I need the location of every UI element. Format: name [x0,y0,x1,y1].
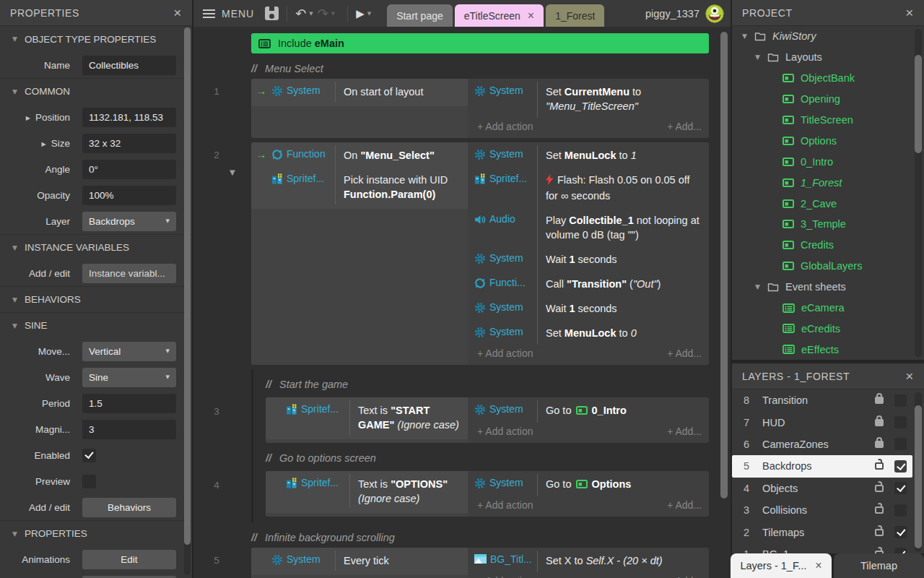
layer-row-backdrops[interactable]: 5Backdrops [732,455,912,477]
layer-visibility-checkbox[interactable] [894,460,907,473]
scrollbar[interactable] [915,392,922,552]
condition[interactable]: →FunctionOn "Menu_Select" [251,142,468,167]
layer-visibility-checkbox[interactable] [894,526,907,538]
lock-open-icon[interactable] [874,529,884,536]
layer-row-transition[interactable]: 8Transition [732,389,912,411]
editor-tab-start-page[interactable]: Start page [387,4,453,27]
tree-item-1-forest[interactable]: 1_Forest [732,172,924,193]
hamburger-menu-icon[interactable] [203,9,215,18]
condition[interactable]: →SystemOn start of layout [251,79,468,103]
close-icon[interactable]: × [904,6,915,20]
tree-item-kiwistory[interactable]: ▼KiwiStory [732,26,924,47]
tree-item-0-intro[interactable]: 0_Intro [732,151,924,172]
close-tab-icon[interactable]: × [815,559,821,572]
tree-collapse-caret-icon[interactable]: ▼ [742,33,754,40]
layer-row-camerazones[interactable]: 6CameraZones [732,434,912,455]
close-icon[interactable]: × [904,369,915,383]
collapse-caret-icon[interactable]: ▼ [12,244,17,251]
button-blank[interactable] [82,576,176,578]
action[interactable]: AudioPlay Collectible_1 not looping at v… [468,207,709,246]
scrollbar[interactable] [720,32,728,574]
layer-row-hud[interactable]: 7HUD [732,411,912,433]
tree-item-globallayers[interactable]: GlobalLayers [732,256,924,277]
section-sine[interactable]: ▼SINE [0,312,192,338]
field-name[interactable]: Collectibles [82,56,176,75]
section-instance-variables[interactable]: ▼INSTANCE VARIABLES [0,234,192,260]
expand-caret-icon[interactable]: ▶ [26,115,30,121]
layer-row-bg-1[interactable]: 1BG_1 [732,543,912,553]
field-opacity[interactable]: 100% [82,186,176,205]
collapse-caret-icon[interactable]: ▼ [12,322,17,329]
add-condition-link[interactable]: + Add... [667,348,702,359]
bottom-tab-layers-1-f[interactable]: Layers - 1_F...× [731,553,832,578]
action[interactable]: SystemWait 1 seconds [468,296,709,320]
layer-visibility-checkbox[interactable] [894,394,907,407]
tree-item-objectbank[interactable]: ObjectBank [732,68,924,89]
section-behaviors[interactable]: ▼BEHAVIORS [0,286,192,312]
event-block-3[interactable]: Spritef...Text is "START GAME" (Ignore c… [266,397,709,443]
include-eventsheet-banner[interactable]: Include eMain [251,33,709,53]
tree-collapse-caret-icon[interactable]: ▼ [755,53,767,61]
layer-row-objects[interactable]: 4Objects [732,478,912,499]
event-block-2[interactable]: →FunctionOn "Menu_Select"Spritef...Pick … [251,142,709,365]
add-condition-link[interactable]: + Add... [667,575,702,578]
collapse-caret-icon[interactable]: ▼ [12,296,17,303]
bottom-tab-tilemap[interactable]: Tilemap [834,553,924,578]
collapse-caret-icon[interactable]: ▼ [12,35,17,43]
tree-item-eeffects[interactable]: eEffects [732,339,924,360]
collapse-caret-icon[interactable]: ▼ [230,168,235,176]
add-action-link[interactable]: + Add action [477,121,533,132]
layer-visibility-checkbox[interactable] [894,504,907,517]
play-dropdown-caret-icon[interactable]: ▼ [367,11,371,17]
condition[interactable]: Spritef...Text is "START GAME" (Ignore c… [266,397,468,436]
field-period[interactable]: 1.5 [82,394,176,413]
layer-row-tilemaps[interactable]: 2Tilemaps [732,521,912,543]
close-icon[interactable]: × [172,6,183,20]
layer-row-collisions[interactable]: 3Collisions [732,499,912,521]
scrollbar-thumb[interactable] [915,405,922,548]
add-action-link[interactable]: + Add action [477,426,533,437]
event-block-5[interactable]: SystemEvery tickBG_Titl...Set X to Self.… [251,548,709,578]
lock-closed-icon[interactable] [874,397,884,404]
add-action-link[interactable]: + Add action [477,348,533,359]
action[interactable]: SystemGo to 0_Intro [468,397,709,423]
condition[interactable]: Spritef...Pick instance with UID Functio… [251,167,468,206]
action[interactable]: SystemSet CurrentMenu to "Menu_TitleScre… [468,79,709,118]
button-behaviors[interactable]: Behaviors [82,498,176,517]
collapse-caret-icon[interactable]: ▼ [12,530,17,538]
expand-caret-icon[interactable]: ▶ [42,141,46,147]
scrollbar[interactable] [184,27,191,575]
tree-item-options[interactable]: Options [732,130,924,151]
field-magni[interactable]: 3 [82,420,176,439]
editor-tab-1-forest[interactable]: 1_Forest [546,4,604,27]
comment[interactable]: //Start the game [266,379,709,390]
button-instance-variabl[interactable]: Instance variabl... [82,264,176,283]
tree-item-event-sheets[interactable]: ▼Event sheets [732,277,924,298]
field-angle[interactable]: 0° [82,160,176,179]
close-tab-icon[interactable]: × [528,9,534,22]
tree-item-credits[interactable]: Credits [732,235,924,256]
action[interactable]: Functi...Call "Transition" ("Out") [468,271,709,296]
button-edit[interactable]: Edit [82,550,176,569]
collapse-caret-icon[interactable]: ▼ [12,88,17,95]
tree-item-layouts[interactable]: ▼Layouts [732,47,924,68]
layer-visibility-checkbox[interactable] [894,482,907,494]
layer-visibility-checkbox[interactable] [894,548,907,553]
dropdown-wave[interactable]: Sine▼ [82,368,176,387]
action[interactable]: SystemWait 1 seconds [468,246,709,271]
checkbox-preview[interactable] [82,475,96,488]
preview-play-icon[interactable]: ▶ [356,7,365,20]
add-action-link[interactable]: + Add action [477,575,533,578]
action[interactable]: BG_Titl...Set X to Self.X - (20 × dt) [468,548,709,572]
lock-closed-icon[interactable] [874,441,884,448]
lock-open-icon[interactable] [874,462,884,470]
scrollbar-thumb[interactable] [184,27,191,545]
tree-item-ecamera[interactable]: eCamera [732,298,924,319]
scrollbar-thumb[interactable] [915,55,922,153]
lock-closed-icon[interactable] [874,419,884,426]
comment[interactable]: //Go to options screen [266,452,709,464]
user-area[interactable]: piggy_1337 [645,4,731,23]
undo-dropdown-caret-icon[interactable]: ▼ [309,11,313,17]
dropdown-layer[interactable]: Backdrops▼ [82,212,176,231]
event-block-1[interactable]: →SystemOn start of layoutSystemSet Curre… [251,79,709,138]
